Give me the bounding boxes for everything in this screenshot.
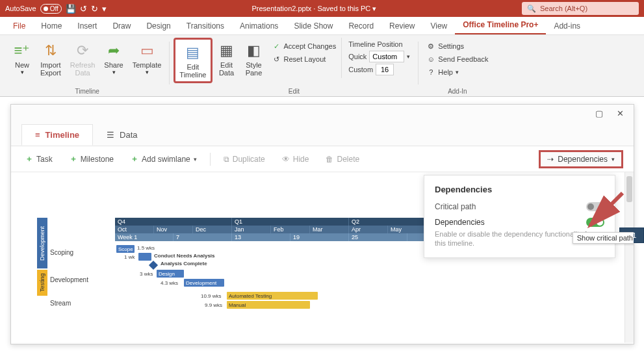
ribbon-tabs: File Home Insert Draw Design Transitions… (0, 17, 644, 35)
tab-review[interactable]: Review (381, 18, 422, 34)
data-icon: ☰ (107, 130, 114, 140)
send-feedback-button[interactable]: ☺Send Feedback (426, 53, 488, 65)
qat-more-icon[interactable]: ▾ (102, 4, 107, 14)
delete-button[interactable]: 🗑Delete (322, 152, 363, 166)
edit-data-button[interactable]: ▦Edit Data (214, 38, 240, 79)
tab-file[interactable]: File (5, 18, 33, 34)
svg-line-0 (590, 193, 623, 226)
dependency-icon: ⇢ (547, 155, 554, 164)
conduct-needs-label: Conduct Needs Analysis (154, 253, 215, 259)
tab-design[interactable]: Design (138, 18, 178, 34)
swimlane-testing[interactable]: Testing (37, 270, 47, 296)
task-development[interactable]: Development (184, 279, 224, 287)
swimlane-development[interactable]: Development (37, 218, 47, 268)
undo-icon[interactable]: ↺ (80, 4, 87, 14)
refresh-data-button[interactable]: ⟳Refresh Data (66, 38, 99, 79)
critical-path-label: Critical path (435, 202, 476, 211)
title-dropdown-icon[interactable]: ▾ (372, 5, 376, 12)
share-button[interactable]: ➦Share▾ (100, 38, 127, 78)
check-icon: ✓ (272, 42, 281, 51)
help-icon: ? (426, 68, 435, 76)
custom-input[interactable] (376, 64, 394, 75)
analysis-complete-label: Analysis Complete (161, 261, 207, 266)
row-development[interactable]: Development (50, 276, 88, 283)
task-scope[interactable]: Scope (116, 245, 135, 253)
search-box[interactable]: 🔍 Search (Alt+Q) (522, 2, 639, 15)
save-icon[interactable]: 💾 (66, 4, 76, 14)
redo-icon[interactable]: ↻ (91, 4, 98, 14)
week-cell: 25 (349, 233, 407, 241)
gear-icon: ⚙ (426, 42, 435, 51)
duplicate-button[interactable]: ⧉Duplicate (220, 152, 269, 166)
add-milestone-button[interactable]: ＋Milestone (66, 151, 118, 167)
new-icon: ≡⁺ (14, 40, 31, 61)
quick-select[interactable] (369, 51, 404, 62)
month-cell: Oct (115, 226, 154, 233)
row-scoping[interactable]: Scoping (50, 249, 73, 256)
tab-home[interactable]: Home (33, 18, 70, 34)
tab-record[interactable]: Record (341, 18, 381, 34)
title-bar: AutoSave Off 💾 ↺ ↻ ▾ Presentation2.pptx … (0, 0, 644, 17)
editor-tab-data[interactable]: ☰Data (93, 124, 151, 146)
callout-arrow (584, 190, 629, 235)
chevron-down-icon[interactable]: ▾ (407, 53, 410, 60)
milestone-analysis-complete[interactable] (149, 261, 158, 270)
cna-dur: 1 wk (124, 254, 135, 260)
settings-button[interactable]: ⚙Settings (426, 40, 488, 52)
month-cell: Dec (193, 226, 232, 233)
week-cell: 13 (232, 233, 290, 241)
timeline-icon: ≡ (35, 130, 40, 140)
tab-slideshow[interactable]: Slide Show (286, 18, 341, 34)
tab-view[interactable]: View (422, 18, 455, 34)
tab-draw[interactable]: Draw (105, 18, 138, 34)
task-manual[interactable]: Manual (227, 301, 310, 309)
dependencies-dropdown[interactable]: ⇢ Dependencies ▾ (539, 150, 623, 168)
task-automated-testing[interactable]: Automated Testing (227, 292, 318, 300)
tab-office-timeline[interactable]: Office Timeline Pro+ (455, 16, 546, 34)
template-icon: ▭ (140, 40, 154, 61)
editor-window: ▢ ✕ ≡Timeline ☰Data ＋Task ＋Milestone ＋Ad… (10, 104, 634, 344)
chevron-down-icon[interactable]: ▾ (194, 156, 197, 162)
timeline-position-label: Timeline Position (348, 40, 410, 48)
template-button[interactable]: ▭Template▾ (129, 38, 166, 78)
month-cell: Feb (271, 226, 310, 233)
task-design[interactable]: Design (157, 270, 184, 278)
style-pane-button[interactable]: ◧Style Pane (241, 38, 267, 79)
timeline-canvas[interactable]: Dependencies Critical path Dependencies … (11, 172, 634, 343)
quarter-cell: Q4 (115, 218, 232, 226)
tab-transitions[interactable]: Transitions (179, 18, 232, 34)
dev-dur: 4.3 wks (161, 280, 178, 286)
add-swimlane-button[interactable]: ＋Add swimlane ▾ (127, 151, 201, 167)
row-stream[interactable]: Stream (50, 300, 71, 307)
tab-addins[interactable]: Add-ins (546, 18, 588, 34)
search-placeholder: Search (Alt+Q) (540, 5, 587, 12)
edit-timeline-button[interactable]: ▤Edit Timeline (174, 38, 212, 83)
tab-insert[interactable]: Insert (70, 18, 105, 34)
reset-layout-button[interactable]: ↺Reset Layout (272, 53, 337, 65)
chevron-down-icon: ▾ (612, 156, 615, 162)
plus-icon: ＋ (25, 153, 33, 164)
month-cell: Nov (154, 226, 193, 233)
task-conduct-needs[interactable] (138, 253, 151, 261)
eye-icon: 👁 (282, 155, 290, 164)
ribbon-content: ≡⁺New▾ ⇅Import Export ⟳Refresh Data ➦Sha… (0, 35, 644, 97)
reset-icon: ↺ (272, 55, 281, 64)
close-button[interactable]: ✕ (612, 106, 628, 120)
autosave-toggle[interactable]: Off (40, 4, 62, 14)
hide-button[interactable]: 👁Hide (278, 152, 313, 166)
style-pane-icon: ◧ (247, 40, 261, 61)
search-icon: 🔍 (527, 5, 536, 13)
tab-animations[interactable]: Animations (232, 18, 286, 34)
new-button[interactable]: ≡⁺New▾ (9, 38, 35, 78)
accept-changes-button[interactable]: ✓Accept Changes (272, 40, 337, 52)
week-cell: 19 (290, 233, 349, 241)
maximize-button[interactable]: ▢ (591, 106, 608, 120)
editor-tab-timeline[interactable]: ≡Timeline (21, 124, 93, 146)
help-button[interactable]: ?Help▾ (426, 66, 488, 78)
group-label-addin: Add-In (448, 86, 467, 96)
manual-dur: 9.9 wks (205, 302, 222, 308)
share-icon: ➦ (108, 40, 120, 61)
add-task-button[interactable]: ＋Task (21, 151, 57, 167)
toggle-dot (44, 6, 48, 11)
import-export-button[interactable]: ⇅Import Export (36, 38, 65, 79)
